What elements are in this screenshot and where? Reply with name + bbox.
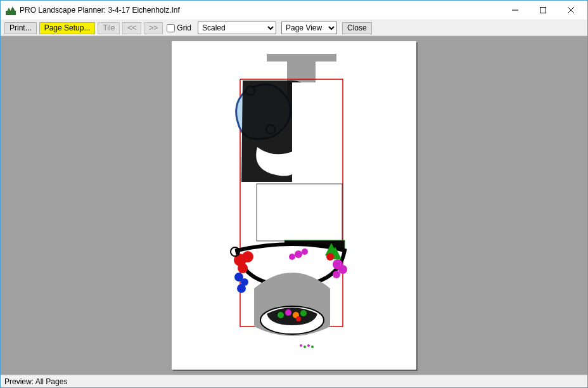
tile-button[interactable]: Tile [98, 22, 120, 34]
next-page-button[interactable]: >> [144, 22, 163, 34]
print-button[interactable]: Print... [4, 22, 37, 34]
close-button[interactable]: Close [342, 22, 372, 34]
close-window-button[interactable] [557, 1, 585, 19]
toolbar: Print... Page Setup... Tile << >> Grid S… [1, 20, 587, 36]
statusbar: Preview: All Pages [1, 375, 587, 387]
svg-point-20 [333, 271, 340, 278]
prev-page-button[interactable]: << [122, 22, 141, 34]
svg-point-27 [285, 309, 291, 316]
maximize-button[interactable] [529, 1, 557, 19]
grid-checkbox[interactable] [167, 24, 175, 32]
landscape-plan-drawing [172, 41, 416, 370]
app-icon [6, 5, 16, 15]
svg-point-12 [242, 251, 253, 262]
svg-point-13 [238, 263, 248, 273]
svg-point-16 [237, 284, 246, 293]
svg-point-21 [326, 253, 334, 261]
status-text: Preview: All Pages [4, 377, 67, 386]
page-setup-button[interactable]: Page Setup... [39, 22, 96, 34]
preview-page[interactable] [172, 41, 416, 370]
preview-viewport [1, 36, 587, 375]
svg-point-34 [311, 346, 314, 348]
svg-point-22 [295, 250, 302, 258]
svg-point-30 [296, 316, 301, 321]
svg-point-32 [304, 346, 306, 348]
svg-rect-0 [6, 11, 16, 15]
svg-rect-2 [540, 8, 546, 13]
grid-label: Grid [177, 23, 191, 32]
grid-toggle[interactable]: Grid [167, 23, 191, 32]
svg-point-23 [302, 249, 308, 255]
svg-point-31 [300, 344, 302, 347]
svg-point-26 [278, 312, 284, 318]
svg-point-1 [13, 6, 15, 8]
svg-rect-6 [292, 82, 340, 247]
svg-rect-7 [241, 182, 295, 240]
close-icon [568, 7, 574, 13]
view-select[interactable]: Page View [281, 22, 337, 34]
window-title: PRO Landscape Planner: 3-4-17 Eichenholz… [20, 6, 180, 15]
minimize-icon [512, 7, 518, 13]
titlebar: PRO Landscape Planner: 3-4-17 Eichenholz… [1, 1, 587, 20]
svg-point-24 [289, 254, 295, 260]
svg-point-29 [300, 310, 307, 316]
maximize-icon [540, 7, 546, 13]
minimize-button[interactable] [501, 1, 529, 19]
svg-point-33 [307, 344, 310, 347]
scale-select[interactable]: Scaled [198, 22, 276, 34]
